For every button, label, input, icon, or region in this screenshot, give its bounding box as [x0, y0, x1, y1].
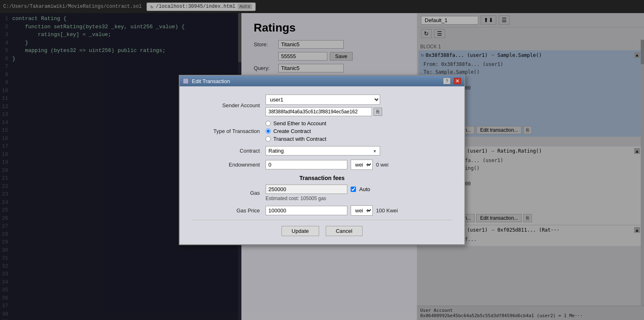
endownment-display: 0 wei: [376, 162, 388, 168]
radio-group: Send Ether to Account Create Contract Tr…: [266, 120, 327, 142]
radio-send-ether-label: Send Ether to Account: [273, 120, 326, 126]
copy-address-button[interactable]: ⎘: [374, 108, 382, 116]
sender-label: Sender Account: [192, 102, 266, 108]
gas-row: Gas Auto Estimated cost: 105005 gas: [192, 185, 452, 201]
radio-create-contract[interactable]: Create Contract: [266, 128, 327, 134]
update-button[interactable]: Update: [281, 226, 319, 236]
endownment-inline: wei 0 wei: [266, 160, 388, 170]
radio-create-contract-input[interactable]: [266, 128, 271, 134]
gas-price-row: Gas Price wei 100 Kwei: [192, 205, 452, 216]
modal-overlay: Edit Transaction ? ✕ Sender Account user…: [0, 0, 644, 320]
modal-body: Sender Account user1 ⎘ Type of Transacti…: [180, 86, 464, 244]
modal-footer: Update Cancel: [192, 220, 452, 240]
endownment-unit-wrap: wei: [351, 160, 373, 170]
sender-account-row: Sender Account user1 ⎘: [192, 95, 452, 116]
endownment-row: Endownment wei 0 wei: [192, 160, 452, 170]
radio-send-ether[interactable]: Send Ether to Account: [266, 120, 327, 126]
gas-inline: Auto: [266, 185, 370, 194]
sender-account-select[interactable]: user1: [266, 95, 380, 105]
endownment-label: Endownment: [192, 162, 266, 168]
radio-transact-contract[interactable]: Transact with Contract: [266, 136, 327, 142]
address-row: ⎘: [266, 107, 382, 116]
estimated-cost: Estimated cost: 105005 gas: [266, 196, 370, 201]
transaction-type-row: Type of Transaction Send Ether to Accoun…: [192, 120, 452, 142]
radio-create-contract-label: Create Contract: [273, 128, 311, 134]
radio-send-ether-input[interactable]: [266, 121, 271, 126]
gas-price-display: 100 Kwei: [376, 207, 398, 214]
tx-type-label: Type of Transaction: [192, 128, 266, 134]
gas-price-inline: wei 100 Kwei: [266, 205, 398, 216]
gas-price-input[interactable]: [266, 206, 347, 215]
contract-select[interactable]: Rating: [266, 146, 380, 155]
tx-fees-title: Transaction fees: [192, 175, 452, 181]
gas-label: Gas: [192, 190, 266, 196]
modal-title: Edit Transaction: [192, 78, 440, 84]
endownment-input[interactable]: [266, 160, 347, 169]
radio-transact-contract-input[interactable]: [266, 136, 271, 142]
modal-titlebar: Edit Transaction ? ✕: [180, 76, 464, 86]
gas-auto-checkbox[interactable]: [351, 187, 356, 192]
contract-row: Contract Rating: [192, 146, 452, 155]
endownment-unit-select[interactable]: wei: [351, 160, 373, 170]
gas-price-label: Gas Price: [192, 207, 266, 214]
radio-transact-contract-label: Transact with Contract: [273, 136, 327, 142]
gas-auto-label: Auto: [359, 186, 370, 192]
sender-dropdown-wrap: user1: [266, 95, 382, 105]
modal-icon: [183, 78, 189, 84]
gas-input[interactable]: [266, 185, 347, 194]
gas-price-unit-select[interactable]: wei: [351, 205, 373, 216]
contract-dropdown-wrap: Rating: [266, 146, 380, 155]
modal-help-button[interactable]: ?: [443, 78, 450, 84]
gas-price-unit-wrap: wei: [351, 205, 373, 216]
modal-close-button[interactable]: ✕: [454, 78, 461, 84]
cancel-button[interactable]: Cancel: [326, 226, 363, 236]
contract-label: Contract: [192, 148, 266, 154]
sender-address-input[interactable]: [266, 107, 372, 116]
edit-transaction-modal: Edit Transaction ? ✕ Sender Account user…: [179, 75, 465, 245]
